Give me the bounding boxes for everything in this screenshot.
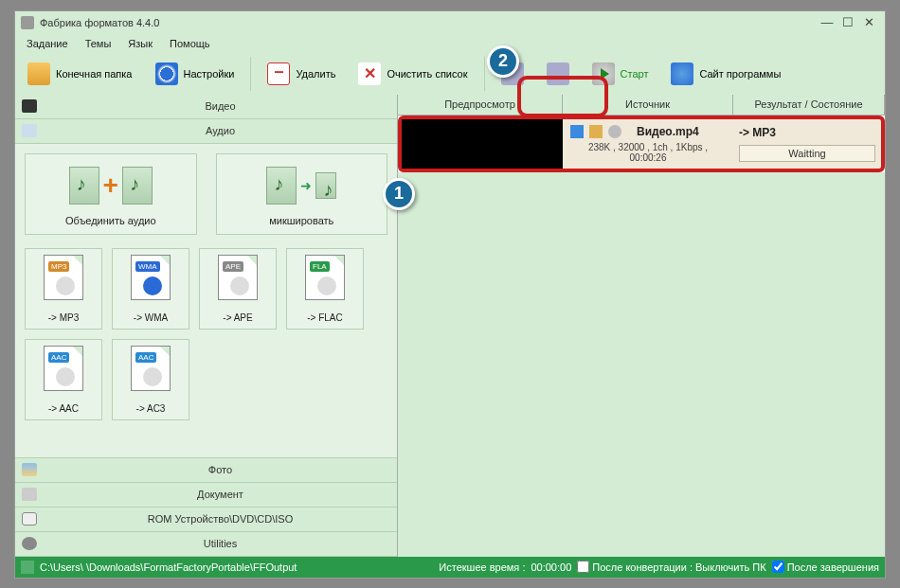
video-icon: [22, 99, 37, 113]
mp3-file-icon: MP3: [44, 255, 83, 300]
category-document[interactable]: Документ: [15, 483, 397, 508]
info-icon[interactable]: [570, 125, 584, 138]
task-filename: Видео.mp4: [637, 125, 699, 138]
menubar: Задание Темы Язык Помощь: [15, 34, 885, 53]
output-folder-button[interactable]: Конечная папка: [19, 58, 141, 90]
output-path[interactable]: C:\Users\ \Downloads\FormatFactoryPortab…: [40, 561, 297, 573]
task-list-panel: Предпросмотр Источник Результат / Состоя…: [398, 95, 885, 557]
to-mp3-label: -> MP3: [48, 312, 80, 323]
task-target: -> MP3: [739, 126, 875, 139]
arrow-icon: ➜: [300, 178, 312, 193]
toolbar-divider: [250, 57, 251, 91]
start-button[interactable]: Старт: [584, 58, 657, 90]
join-audio-tile[interactable]: + Объединить аудио: [25, 153, 197, 235]
picture-icon: [22, 463, 37, 476]
start-label: Старт: [621, 68, 649, 80]
col-result[interactable]: Результат / Состояние: [733, 95, 885, 115]
category-video[interactable]: Видео: [15, 95, 397, 119]
to-mp3-tile[interactable]: MP3 -> MP3: [25, 248, 102, 330]
to-aac-label: -> AAC: [48, 403, 79, 414]
folder-icon[interactable]: [589, 125, 603, 138]
to-wma-tile[interactable]: WMA -> WMA: [112, 248, 189, 330]
website-label: Сайт программы: [699, 68, 781, 80]
close-button[interactable]: ✕: [858, 15, 879, 30]
clear-icon: [358, 62, 381, 85]
app-window: Фабрика форматов 4.4.0 — ☐ ✕ Задание Тем…: [14, 10, 886, 579]
delete-icon: [267, 62, 290, 85]
clear-list-button[interactable]: Очистить список: [350, 58, 476, 90]
after-complete-checkbox[interactable]: После завершения: [772, 561, 879, 573]
elapsed-label: Истекшее время :: [439, 561, 525, 573]
app-icon: [21, 16, 34, 29]
to-ape-label: -> APE: [223, 312, 252, 323]
website-button[interactable]: Сайт программы: [662, 58, 789, 90]
content-area: Видео Аудио + Объединить аудио: [15, 95, 885, 557]
menu-lang[interactable]: Язык: [120, 36, 160, 51]
window-title: Фабрика форматов 4.4.0: [40, 17, 817, 28]
annotation-badge-1: 1: [383, 178, 415, 210]
annotation-badge-2: 2: [487, 45, 519, 78]
category-video-label: Видео: [44, 100, 397, 112]
menu-themes[interactable]: Темы: [78, 36, 119, 51]
category-audio[interactable]: Аудио: [15, 119, 397, 144]
after-complete-checkbox-input[interactable]: [772, 561, 784, 573]
plus-icon: +: [103, 170, 118, 201]
titlebar: Фабрика форматов 4.4.0 — ☐ ✕: [15, 11, 885, 34]
folder-icon: [27, 62, 50, 85]
task-source-cell: Видео.mp4 238K , 32000 , 1ch , 1Kbps , 0…: [563, 119, 733, 169]
task-row[interactable]: Видео.mp4 238K , 32000 , 1ch , 1Kbps , 0…: [398, 116, 885, 172]
shutdown-after-checkbox[interactable]: После конвертации : Выключить ПК: [577, 561, 765, 573]
output-folder-label: Конечная папка: [56, 68, 133, 80]
folder-icon[interactable]: [21, 561, 34, 574]
column-headers: Предпросмотр Источник Результат / Состоя…: [398, 95, 885, 116]
left-panel: Видео Аудио + Объединить аудио: [15, 95, 398, 557]
to-ac3-tile[interactable]: AAC -> AC3: [112, 339, 189, 420]
pause-button[interactable]: [538, 58, 578, 90]
category-photo-label: Фото: [44, 464, 397, 475]
gear-icon[interactable]: [608, 125, 621, 138]
join-audio-label: Объединить аудио: [29, 215, 192, 226]
wma-file-icon: WMA: [131, 255, 171, 300]
settings-button[interactable]: Настройки: [147, 58, 243, 90]
menu-help[interactable]: Помощь: [162, 36, 218, 51]
audio-panel: + Объединить аудио ➜ микшировать: [15, 144, 397, 458]
category-document-label: Документ: [44, 489, 397, 500]
task-fileinfo: 238K , 32000 , 1ch , 1Kbps , 00:00:26: [570, 142, 726, 163]
to-aac-tile[interactable]: AAC -> AAC: [25, 339, 102, 420]
col-source[interactable]: Источник: [563, 95, 733, 115]
flac-file-icon: FLA: [305, 255, 345, 300]
statusbar: C:\Users\ \Downloads\FormatFactoryPortab…: [15, 557, 885, 578]
toolbar: Конечная папка Настройки Удалить Очистит…: [15, 53, 885, 95]
globe-icon: [671, 62, 693, 85]
delete-label: Удалить: [296, 68, 335, 80]
task-state: Waitting: [739, 145, 875, 162]
note-icon: [266, 167, 297, 205]
delete-button[interactable]: Удалить: [259, 58, 344, 90]
shutdown-checkbox-input[interactable]: [577, 561, 589, 573]
document-icon: [22, 488, 37, 501]
play-icon: [592, 62, 615, 85]
audio-icon: [22, 124, 37, 137]
maximize-button[interactable]: ☐: [837, 15, 858, 30]
gear-icon: [155, 62, 178, 85]
utilities-icon: [22, 537, 37, 550]
task-list-empty-area: [398, 172, 885, 557]
category-rom[interactable]: ROM Устройство\DVD\CD\ISO: [15, 508, 397, 532]
to-ac3-label: -> AC3: [136, 403, 166, 414]
clear-list-label: Очистить список: [387, 68, 467, 80]
pause-icon: [547, 62, 569, 85]
aac-file-icon: AAC: [44, 346, 83, 391]
to-ape-tile[interactable]: APE -> APE: [199, 248, 277, 330]
col-preview[interactable]: Предпросмотр: [398, 95, 563, 115]
to-flac-tile[interactable]: FLA -> FLAC: [286, 248, 364, 330]
minimize-button[interactable]: —: [817, 15, 837, 30]
menu-task[interactable]: Задание: [19, 36, 76, 51]
toolbar-divider: [484, 57, 485, 91]
mix-audio-tile[interactable]: ➜ микшировать: [216, 153, 388, 235]
task-preview-thumbnail: [402, 119, 563, 169]
note-icon: [122, 167, 153, 205]
to-wma-label: -> WMA: [134, 312, 168, 323]
category-photo[interactable]: Фото: [15, 458, 397, 483]
category-utilities[interactable]: Utilities: [15, 532, 397, 557]
category-utilities-label: Utilities: [44, 538, 397, 549]
